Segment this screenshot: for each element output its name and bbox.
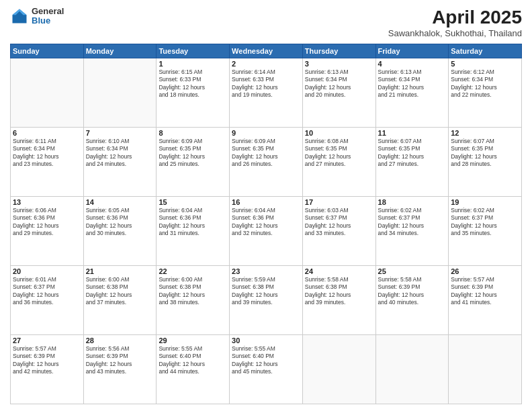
day-number: 28: [86, 336, 154, 345]
subtitle: Sawankhalok, Sukhothai, Thailand: [388, 28, 522, 38]
day-number: 19: [451, 198, 519, 206]
calendar-cell-w5-d3: 30Sunrise: 5:55 AM Sunset: 6:40 PM Dayli…: [230, 335, 303, 404]
day-number: 3: [305, 60, 373, 68]
calendar-cell-w4-d5: 25Sunrise: 5:58 AM Sunset: 6:39 PM Dayli…: [375, 266, 449, 335]
day-info: Sunrise: 5:58 AM Sunset: 6:38 PM Dayligh…: [305, 276, 373, 307]
calendar-week-1: 1Sunrise: 6:15 AM Sunset: 6:33 PM Daylig…: [11, 58, 522, 128]
calendar-cell-w1-d1: [83, 58, 157, 128]
calendar-cell-w2-d4: 10Sunrise: 6:08 AM Sunset: 6:35 PM Dayli…: [302, 128, 375, 197]
day-info: Sunrise: 5:55 AM Sunset: 6:40 PM Dayligh…: [232, 345, 300, 376]
calendar-cell-w1-d6: 5Sunrise: 6:12 AM Sunset: 6:34 PM Daylig…: [449, 58, 522, 128]
day-info: Sunrise: 6:07 AM Sunset: 6:35 PM Dayligh…: [378, 138, 447, 169]
day-info: Sunrise: 6:02 AM Sunset: 6:37 PM Dayligh…: [451, 207, 519, 238]
calendar-cell-w4-d3: 23Sunrise: 5:59 AM Sunset: 6:38 PM Dayli…: [230, 266, 303, 335]
calendar-week-4: 20Sunrise: 6:01 AM Sunset: 6:37 PM Dayli…: [11, 266, 522, 335]
day-number: 17: [305, 198, 373, 206]
day-number: 13: [13, 198, 81, 206]
day-number: 21: [86, 267, 154, 275]
day-info: Sunrise: 6:07 AM Sunset: 6:35 PM Dayligh…: [451, 138, 519, 169]
calendar-cell-w2-d1: 7Sunrise: 6:10 AM Sunset: 6:34 PM Daylig…: [83, 128, 157, 197]
logo-text: General Blue: [32, 7, 64, 26]
day-number: 24: [305, 267, 373, 275]
logo-blue-text: Blue: [32, 16, 64, 26]
day-info: Sunrise: 6:00 AM Sunset: 6:38 PM Dayligh…: [159, 276, 227, 307]
calendar-cell-w3-d1: 14Sunrise: 6:05 AM Sunset: 6:36 PM Dayli…: [83, 197, 157, 266]
day-number: 12: [451, 129, 519, 137]
calendar-cell-w5-d6: [449, 335, 522, 404]
day-info: Sunrise: 5:59 AM Sunset: 6:38 PM Dayligh…: [232, 276, 300, 307]
calendar-cell-w4-d6: 26Sunrise: 5:57 AM Sunset: 6:39 PM Dayli…: [449, 266, 522, 335]
calendar-cell-w4-d4: 24Sunrise: 5:58 AM Sunset: 6:38 PM Dayli…: [302, 266, 375, 335]
calendar-cell-w1-d0: [11, 58, 84, 128]
day-number: 23: [232, 267, 300, 275]
day-number: 15: [159, 198, 227, 206]
calendar-cell-w3-d6: 19Sunrise: 6:02 AM Sunset: 6:37 PM Dayli…: [449, 197, 522, 266]
calendar-cell-w3-d5: 18Sunrise: 6:02 AM Sunset: 6:37 PM Dayli…: [375, 197, 449, 266]
calendar-week-3: 13Sunrise: 6:06 AM Sunset: 6:36 PM Dayli…: [11, 197, 522, 266]
calendar-cell-w3-d4: 17Sunrise: 6:03 AM Sunset: 6:37 PM Dayli…: [302, 197, 375, 266]
calendar-cell-w1-d3: 2Sunrise: 6:14 AM Sunset: 6:33 PM Daylig…: [230, 58, 303, 128]
col-monday: Monday: [83, 44, 157, 58]
day-info: Sunrise: 6:12 AM Sunset: 6:34 PM Dayligh…: [451, 68, 519, 99]
calendar-cell-w2-d5: 11Sunrise: 6:07 AM Sunset: 6:35 PM Dayli…: [375, 128, 449, 197]
day-info: Sunrise: 6:05 AM Sunset: 6:36 PM Dayligh…: [86, 207, 154, 238]
day-info: Sunrise: 6:14 AM Sunset: 6:33 PM Dayligh…: [232, 68, 300, 99]
calendar-header-row: Sunday Monday Tuesday Wednesday Thursday…: [11, 44, 522, 58]
day-number: 11: [378, 129, 447, 137]
calendar-cell-w4-d1: 21Sunrise: 6:00 AM Sunset: 6:38 PM Dayli…: [83, 266, 157, 335]
calendar-week-5: 27Sunrise: 5:57 AM Sunset: 6:39 PM Dayli…: [11, 335, 522, 404]
day-info: Sunrise: 6:04 AM Sunset: 6:36 PM Dayligh…: [232, 207, 300, 238]
col-saturday: Saturday: [449, 44, 522, 58]
col-wednesday: Wednesday: [230, 44, 303, 58]
day-info: Sunrise: 5:58 AM Sunset: 6:39 PM Dayligh…: [378, 276, 447, 307]
calendar-cell-w2-d3: 9Sunrise: 6:09 AM Sunset: 6:35 PM Daylig…: [230, 128, 303, 197]
day-info: Sunrise: 6:02 AM Sunset: 6:37 PM Dayligh…: [378, 207, 447, 238]
day-info: Sunrise: 6:06 AM Sunset: 6:36 PM Dayligh…: [13, 207, 81, 238]
calendar-cell-w4-d0: 20Sunrise: 6:01 AM Sunset: 6:37 PM Dayli…: [11, 266, 84, 335]
calendar-cell-w5-d4: [302, 335, 375, 404]
col-friday: Friday: [375, 44, 449, 58]
calendar-cell-w1-d5: 4Sunrise: 6:13 AM Sunset: 6:34 PM Daylig…: [375, 58, 449, 128]
day-number: 1: [159, 60, 227, 68]
day-info: Sunrise: 6:03 AM Sunset: 6:37 PM Dayligh…: [305, 207, 373, 238]
day-info: Sunrise: 6:04 AM Sunset: 6:36 PM Dayligh…: [159, 207, 227, 238]
calendar-cell-w4-d2: 22Sunrise: 6:00 AM Sunset: 6:38 PM Dayli…: [157, 266, 230, 335]
day-info: Sunrise: 5:57 AM Sunset: 6:39 PM Dayligh…: [13, 345, 81, 376]
day-number: 2: [232, 60, 300, 68]
title-section: April 2025 Sawankhalok, Sukhothai, Thail…: [388, 7, 522, 38]
day-info: Sunrise: 6:08 AM Sunset: 6:35 PM Dayligh…: [305, 138, 373, 169]
page: General Blue April 2025 Sawankhalok, Suk…: [0, 0, 532, 411]
day-number: 26: [451, 267, 519, 275]
calendar-cell-w3-d2: 15Sunrise: 6:04 AM Sunset: 6:36 PM Dayli…: [157, 197, 230, 266]
day-number: 14: [86, 198, 154, 206]
day-number: 20: [13, 267, 81, 275]
calendar-cell-w5-d2: 29Sunrise: 5:55 AM Sunset: 6:40 PM Dayli…: [157, 335, 230, 404]
logo-icon: [10, 7, 29, 26]
col-sunday: Sunday: [11, 44, 84, 58]
header: General Blue April 2025 Sawankhalok, Suk…: [10, 7, 522, 38]
calendar-cell-w5-d5: [375, 335, 449, 404]
day-number: 25: [378, 267, 447, 275]
day-info: Sunrise: 6:15 AM Sunset: 6:33 PM Dayligh…: [159, 68, 227, 99]
day-info: Sunrise: 6:11 AM Sunset: 6:34 PM Dayligh…: [13, 138, 81, 169]
day-number: 7: [86, 129, 154, 137]
day-info: Sunrise: 6:09 AM Sunset: 6:35 PM Dayligh…: [159, 138, 227, 169]
day-info: Sunrise: 6:00 AM Sunset: 6:38 PM Dayligh…: [86, 276, 154, 307]
day-number: 9: [232, 129, 300, 137]
logo-general-text: General: [32, 7, 64, 16]
day-info: Sunrise: 6:13 AM Sunset: 6:34 PM Dayligh…: [305, 68, 373, 99]
day-number: 18: [378, 198, 447, 206]
day-number: 10: [305, 129, 373, 137]
calendar-cell-w5-d0: 27Sunrise: 5:57 AM Sunset: 6:39 PM Dayli…: [11, 335, 84, 404]
calendar-cell-w2-d2: 8Sunrise: 6:09 AM Sunset: 6:35 PM Daylig…: [157, 128, 230, 197]
calendar-cell-w2-d6: 12Sunrise: 6:07 AM Sunset: 6:35 PM Dayli…: [449, 128, 522, 197]
calendar-cell-w1-d4: 3Sunrise: 6:13 AM Sunset: 6:34 PM Daylig…: [302, 58, 375, 128]
calendar-cell-w3-d0: 13Sunrise: 6:06 AM Sunset: 6:36 PM Dayli…: [11, 197, 84, 266]
main-title: April 2025: [388, 7, 522, 28]
day-info: Sunrise: 6:01 AM Sunset: 6:37 PM Dayligh…: [13, 276, 81, 307]
calendar-cell-w3-d3: 16Sunrise: 6:04 AM Sunset: 6:36 PM Dayli…: [230, 197, 303, 266]
day-number: 6: [13, 129, 81, 137]
day-info: Sunrise: 5:57 AM Sunset: 6:39 PM Dayligh…: [451, 276, 519, 307]
day-info: Sunrise: 5:56 AM Sunset: 6:39 PM Dayligh…: [86, 345, 154, 376]
calendar-table: Sunday Monday Tuesday Wednesday Thursday…: [10, 44, 522, 404]
